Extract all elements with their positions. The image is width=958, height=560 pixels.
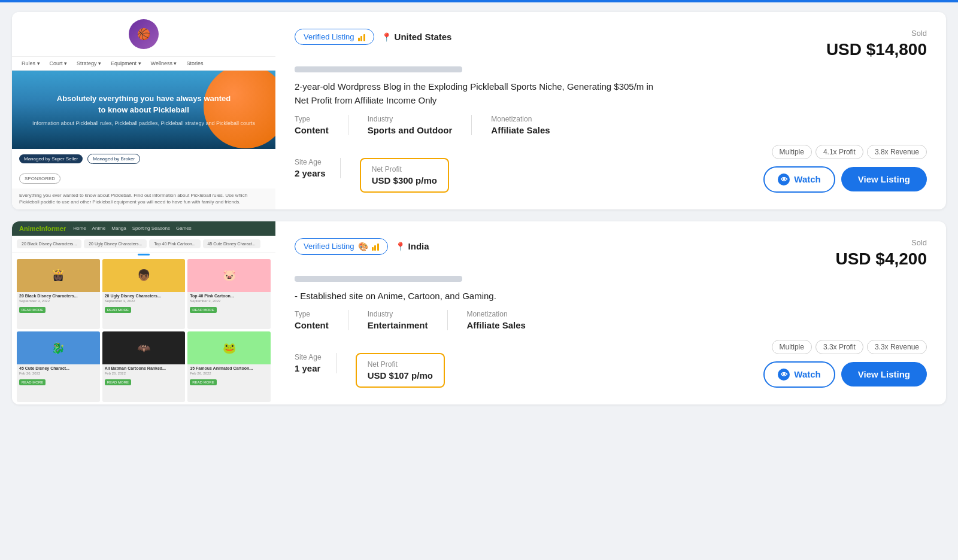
anime-tabs: 20 Black Disney Characters... 20 Ugly Di…: [12, 236, 275, 252]
location-pin-icon: 📍: [395, 242, 405, 251]
multiple-label: Multiple: [772, 145, 812, 159]
verified-badge: Verified Listing: [295, 29, 374, 45]
watch-button[interactable]: 👁 Watch: [763, 361, 835, 388]
thumbnail-header: 🏀: [12, 12, 275, 57]
industry-label: Industry: [368, 310, 428, 318]
net-profit-label: Net Profit: [368, 360, 433, 369]
chart-icon: [372, 242, 379, 251]
anime-thumbnail: AnimeInformer Home Anime Manga Sporting …: [12, 221, 275, 404]
age-value: 1 year: [295, 363, 322, 373]
view-listing-button[interactable]: View Listing: [841, 167, 927, 191]
meta-monetization: Monetization Affiliate Sales: [491, 115, 569, 135]
location-label: India: [408, 241, 429, 251]
broker-badge: Managed by Broker: [87, 154, 140, 164]
site-age-block: Site Age 1 year: [295, 353, 336, 373]
sponsored-badge: SPONSORED: [19, 174, 60, 184]
meta-type: Type Content: [295, 310, 348, 330]
price-block: Sold USD $14,800: [826, 29, 927, 59]
meta-type: Type Content: [295, 115, 348, 135]
thumbnail-sponsored: SPONSORED: [12, 169, 275, 188]
net-profit-box: Net Profit USD $107 p/mo: [356, 353, 445, 388]
listing-description: - Established site on Anime, Cartoon, an…: [295, 289, 666, 303]
age-value: 2 years: [295, 168, 326, 178]
watch-label: Watch: [794, 369, 820, 379]
meta-industry: Industry Sports and Outdoor: [368, 115, 472, 135]
listing-badges: Verified Listing 🎨 📍 India: [295, 238, 429, 255]
industry-label: Industry: [368, 115, 453, 123]
listing-bottom-row: Site Age 2 years Net Profit USD $300 p/m…: [295, 145, 927, 193]
price-value: USD $14,800: [826, 40, 927, 59]
net-profit-value: USD $300 p/mo: [372, 175, 437, 185]
location-badge: 📍 United States: [381, 32, 452, 42]
listing-actions: Multiple 4.1x Profit 3.8x Revenue 👁 Watc…: [763, 145, 927, 193]
listing-description: 2-year-old Wordpress Blog in the Explodi…: [295, 80, 666, 108]
listing-info: Verified Listing 📍 United States Sold: [275, 12, 946, 209]
listing-bottom-row: Site Age 1 year Net Profit USD $107 p/mo…: [295, 340, 927, 388]
buttons-row: 👁 Watch View Listing: [763, 166, 927, 193]
net-profit-box: Net Profit USD $300 p/mo: [360, 158, 449, 193]
location-badge: 📍 India: [395, 241, 429, 251]
pickleball-thumbnail: 🏀 Rules ▾ Court ▾ Strategy ▾ Equipment ▾…: [12, 12, 275, 209]
thumbnail-hero: Absolutely everything you have always wa…: [12, 71, 275, 149]
industry-value: Sports and Outdoor: [368, 125, 453, 135]
listing-thumbnail: 🏀 Rules ▾ Court ▾ Strategy ▾ Equipment ▾…: [12, 12, 275, 209]
sold-label: Sold: [826, 29, 927, 38]
location-pin-icon: 📍: [381, 32, 392, 42]
site-age-block: Site Age 2 years: [295, 158, 341, 178]
watch-button[interactable]: 👁 Watch: [763, 166, 835, 193]
watch-label: Watch: [794, 174, 820, 184]
type-label: Type: [295, 115, 329, 123]
profit-multiple: 3.3x Profit: [815, 340, 863, 354]
listing-card: 🏀 Rules ▾ Court ▾ Strategy ▾ Equipment ▾…: [12, 12, 946, 209]
industry-value: Entertainment: [368, 320, 428, 330]
listing-top-row: Verified Listing 🎨 📍 India Sol: [295, 238, 927, 269]
chart-icon: [358, 33, 365, 41]
type-label: Type: [295, 310, 329, 318]
bottom-left: Site Age 2 years Net Profit USD $300 p/m…: [295, 158, 449, 193]
listing-card: AnimeInformer Home Anime Manga Sporting …: [12, 221, 946, 404]
anime-card: 🦇 All Batman Cartoons Ranked... Feb 26, …: [102, 331, 186, 402]
age-label: Site Age: [295, 353, 322, 361]
anime-card: 🐷 Top 40 Pink Cartoon... September 3, 20…: [187, 259, 271, 330]
multiple-label: Multiple: [772, 340, 812, 354]
anime-card: 👦🏾 20 Ugly Disney Characters... Septembe…: [102, 259, 186, 330]
buttons-row: 👁 Watch View Listing: [763, 361, 927, 388]
anime-card: 🐸 15 Famous Animated Cartoon... Feb 26, …: [187, 331, 271, 402]
listing-meta-row: Type Content Industry Sports and Outdoor…: [295, 115, 927, 135]
meta-industry: Industry Entertainment: [368, 310, 448, 330]
net-profit-label: Net Profit: [372, 165, 437, 174]
verified-badge: Verified Listing 🎨: [295, 238, 388, 255]
thumbnail-badges: Managed by Super Seller Managed by Broke…: [12, 149, 275, 169]
revenue-multiple: 3.3x Revenue: [867, 340, 927, 354]
site-logo: 🏀: [129, 19, 159, 49]
anime-header: AnimeInformer Home Anime Manga Sporting …: [12, 221, 275, 236]
thumbnail-nav: Rules ▾ Court ▾ Strategy ▾ Equipment ▾ W…: [12, 57, 275, 71]
listing-info: Verified Listing 🎨 📍 India Sol: [275, 221, 946, 404]
thumbnail-text: Everything you ever wanted to know about…: [12, 188, 275, 209]
price-value: USD $4,200: [835, 249, 927, 269]
monetization-value: Affiliate Sales: [467, 320, 526, 330]
monetization-label: Monetization: [467, 310, 526, 318]
sold-label: Sold: [835, 238, 927, 247]
monetization-value: Affiliate Sales: [491, 125, 550, 135]
listing-title-redacted: [295, 276, 462, 282]
location-label: United States: [395, 32, 452, 42]
type-value: Content: [295, 320, 329, 330]
listing-top-row: Verified Listing 📍 United States Sold: [295, 29, 927, 59]
multiples-row: Multiple 3.3x Profit 3.3x Revenue: [772, 340, 927, 354]
anime-grid: 👸🏿 20 Black Disney Characters... Septemb…: [12, 257, 275, 404]
type-value: Content: [295, 125, 329, 135]
profit-multiple: 4.1x Profit: [815, 145, 863, 159]
monetization-label: Monetization: [491, 115, 550, 123]
meta-monetization: Monetization Affiliate Sales: [467, 310, 545, 330]
eye-icon: 👁: [778, 174, 790, 185]
super-seller-badge: Managed by Super Seller: [19, 154, 83, 163]
price-block: Sold USD $4,200: [835, 238, 927, 269]
revenue-multiple: 3.8x Revenue: [867, 145, 927, 159]
listing-badges: Verified Listing 📍 United States: [295, 29, 451, 45]
eye-icon: 👁: [778, 369, 790, 381]
age-label: Site Age: [295, 158, 326, 166]
anime-card: 👸🏿 20 Black Disney Characters... Septemb…: [17, 259, 100, 330]
anime-card: 🐉 45 Cute Disney Charact... Feb 26, 2022…: [17, 331, 100, 402]
view-listing-button[interactable]: View Listing: [841, 362, 927, 386]
